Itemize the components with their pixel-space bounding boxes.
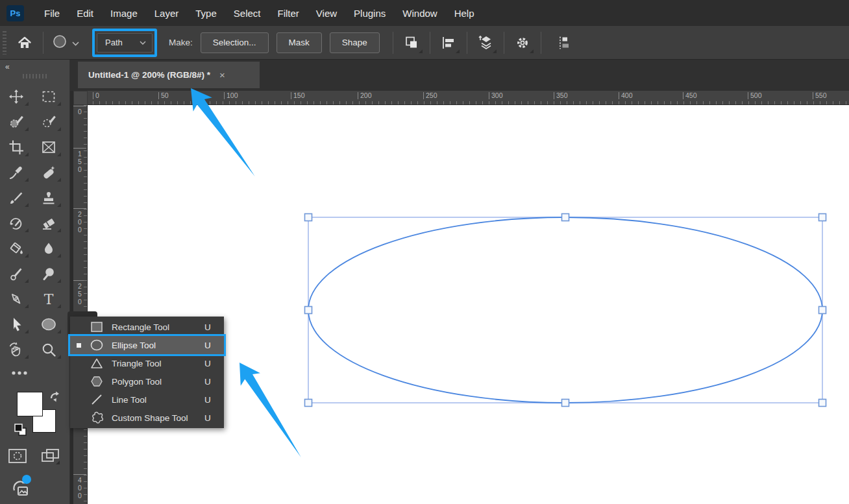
tool-mode-dropdown[interactable]: Path: [97, 33, 153, 53]
collapse-panel-button[interactable]: «: [0, 60, 69, 71]
quick-selection-tool[interactable]: [32, 109, 65, 134]
annotation-arrow-tab: [162, 78, 286, 195]
menu-window[interactable]: Window: [394, 2, 445, 25]
menu-view[interactable]: View: [308, 2, 345, 25]
highlight-box-path-dropdown: Path: [92, 29, 157, 57]
tool-panel-grip[interactable]: [23, 74, 47, 78]
ruler-label: 200: [358, 92, 372, 99]
polygon-icon: [87, 376, 106, 387]
chevron-down-icon: [140, 41, 146, 45]
menu-item-polygon-tool[interactable]: Polygon Tool U: [70, 372, 224, 390]
marquee-tool[interactable]: [32, 84, 65, 109]
move-tool[interactable]: [0, 84, 32, 109]
divider: [430, 32, 430, 54]
divider: [541, 32, 541, 54]
path-alignment-button[interactable]: [436, 30, 461, 56]
ruler-label: 250: [423, 92, 437, 99]
options-bar-grip[interactable]: [3, 31, 6, 54]
constraints-button[interactable]: [550, 30, 576, 56]
foreground-color-swatch[interactable]: [17, 392, 43, 416]
menu-layer[interactable]: Layer: [146, 2, 188, 25]
ruler-label: 1 5 0: [73, 148, 86, 173]
home-icon: [17, 35, 32, 51]
vertical-ruler[interactable]: 01 5 02 0 02 5 04 0 0: [73, 105, 88, 504]
ruler-label: 0: [93, 92, 99, 99]
ruler-origin-box[interactable]: [73, 91, 88, 105]
color-swatches: [0, 388, 69, 442]
hand-tool[interactable]: [0, 337, 32, 362]
ruler-label: 550: [813, 92, 827, 99]
pen-tool[interactable]: [0, 286, 32, 311]
menu-item-rectangle-tool[interactable]: Rectangle Tool U: [70, 318, 224, 336]
divider: [504, 32, 504, 54]
quick-mask-icon[interactable]: [8, 448, 27, 467]
ruler-label: 2 0 0: [73, 208, 86, 234]
path-operations-icon: [404, 35, 419, 51]
ruler-label: 0: [73, 106, 86, 115]
spot-healing-tool[interactable]: [32, 160, 65, 185]
ruler-label: 300: [489, 92, 503, 99]
tool-preset-picker[interactable]: [51, 33, 79, 53]
path-selection-tool[interactable]: [0, 311, 32, 337]
clone-stamp-tool[interactable]: [32, 185, 65, 210]
line-icon: [87, 394, 106, 405]
ellipse-tool[interactable]: [32, 311, 65, 337]
history-brush-tool[interactable]: [0, 210, 32, 235]
menu-item-line-tool[interactable]: Line Tool U: [70, 390, 224, 409]
photoshop-logo[interactable]: Ps: [6, 5, 24, 21]
menu-bar: Ps File Edit Image Layer Type Select Fil…: [0, 0, 849, 26]
main-menu: File Edit Image Layer Type Select Filter…: [36, 2, 483, 25]
selection-brush-tool[interactable]: [0, 109, 32, 134]
menu-item-custom-shape-tool[interactable]: Custom Shape Tool U: [70, 409, 224, 427]
screen-mode-icon[interactable]: [41, 448, 62, 467]
menu-file[interactable]: File: [36, 2, 68, 25]
blur-tool[interactable]: [32, 235, 65, 261]
frame-tool[interactable]: [32, 134, 65, 160]
custom-shape-icon: [87, 411, 106, 424]
menu-help[interactable]: Help: [446, 2, 483, 25]
align-icon: [441, 35, 456, 51]
brush-tool[interactable]: [0, 185, 32, 210]
swap-colors-icon[interactable]: [49, 390, 61, 405]
sync-share-button[interactable]: [10, 477, 32, 498]
make-selection-button[interactable]: Selection...: [201, 32, 269, 53]
menu-edit[interactable]: Edit: [68, 2, 102, 25]
default-colors-icon[interactable]: [14, 423, 28, 440]
ellipse-icon: [87, 339, 106, 351]
make-mask-button[interactable]: Mask: [277, 32, 322, 53]
constraints-icon: [556, 35, 571, 51]
menu-plugins[interactable]: Plugins: [345, 2, 394, 25]
crop-tool[interactable]: [0, 134, 32, 160]
ruler-label: 400: [619, 92, 633, 99]
triangle-icon: [87, 357, 106, 369]
options-bar: Path Make: Selection... Mask Shape: [0, 26, 849, 60]
menu-filter[interactable]: Filter: [269, 2, 308, 25]
eyedropper-tool[interactable]: [0, 160, 32, 185]
paint-bucket-tool[interactable]: [0, 235, 32, 261]
chevron-down-icon: [72, 37, 79, 49]
home-button[interactable]: [12, 30, 38, 56]
dodge-tool[interactable]: [32, 261, 65, 286]
edit-toolbar-ellipsis[interactable]: [0, 362, 69, 384]
ruler-label: 150: [291, 92, 305, 99]
mixer-brush-tool[interactable]: [0, 261, 32, 286]
menu-item-ellipse-tool[interactable]: Ellipse Tool U: [70, 336, 224, 354]
zoom-tool[interactable]: [32, 337, 65, 362]
make-shape-button[interactable]: Shape: [330, 32, 380, 53]
menu-image[interactable]: Image: [102, 2, 146, 25]
divider: [43, 32, 43, 54]
type-tool[interactable]: T: [32, 286, 65, 311]
path-operations-button[interactable]: [399, 30, 425, 56]
ruler-label: 4 0 0: [73, 474, 86, 499]
path-arrangement-button[interactable]: [473, 30, 498, 56]
shape-tools-flyout-menu: Rectangle Tool U Ellipse Tool U Triangle…: [70, 317, 224, 428]
menu-select[interactable]: Select: [225, 2, 269, 25]
menu-item-triangle-tool[interactable]: Triangle Tool U: [70, 354, 224, 372]
shape-settings-button[interactable]: [510, 30, 535, 56]
make-label: Make:: [169, 38, 193, 47]
annotation-arrow-flyout: [211, 354, 334, 474]
menu-type[interactable]: Type: [187, 2, 225, 25]
divider: [467, 32, 467, 54]
tool-mode-value: Path: [105, 38, 123, 47]
eraser-tool[interactable]: [32, 210, 65, 235]
